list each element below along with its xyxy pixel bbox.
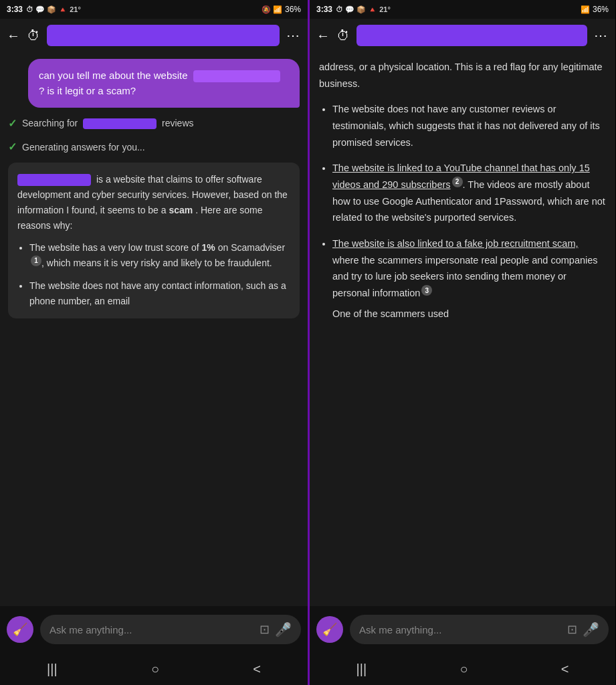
user-message-bubble: can you tell me about the website ? is i… [28, 59, 300, 108]
right-panel: 3:33 ⏱ 💬 📦 🔺 21° 📶 36% ← ⏱ ⋯ address, or… [308, 0, 615, 685]
check-icon-1: ✓ [8, 117, 17, 130]
status-right-left: 🔕 📶 36% [262, 5, 301, 14]
status-icons-right: ⏱ 💬 📦 🔺 21° [336, 5, 391, 14]
user-msg-prefix: can you tell me about the website [39, 70, 188, 81]
ai-response-card: is a website that claims to offer softwa… [8, 163, 300, 318]
ai-intro: is a website that claims to offer softwa… [17, 172, 290, 233]
partial-top-text: address, or a physical location. This is… [319, 59, 606, 93]
input-placeholder-left: Ask me anything... [49, 624, 254, 635]
site-name-redacted [17, 174, 91, 186]
back-button-right[interactable]: ← [316, 28, 330, 43]
left-panel: 3:33 ⏱ 💬 📦 🔺 21° 🔕 📶 36% ← ⏱ ⋯ can you t… [0, 0, 308, 685]
bullet-job-scam: The website is also linked to a fake job… [332, 235, 606, 322]
history-icon-left[interactable]: ⏱ [27, 28, 40, 43]
search-status-line: ✓ Searching for reviews [8, 116, 300, 131]
input-area-left[interactable]: Ask me anything... ⊡ 🎤 [40, 615, 301, 644]
footnote-2: 2 [452, 177, 463, 187]
searching-text: Searching for reviews [22, 118, 194, 129]
more-button-right[interactable]: ⋯ [594, 27, 609, 43]
history-icon-right[interactable]: ⏱ [336, 28, 350, 43]
ai-bullets-left: The website has a very low trust score o… [17, 240, 290, 309]
bottom-bar-left: 🧹 Ask me anything... ⊡ 🎤 [0, 606, 308, 653]
time-right: 3:33 [316, 5, 332, 14]
generating-text: Generating answers for you... [22, 142, 145, 153]
input-area-right[interactable]: Ask me anything... ⊡ 🎤 [350, 615, 609, 644]
chat-content-left: can you tell me about the website ? is i… [0, 52, 308, 606]
time-left: 3:33 [7, 5, 23, 14]
status-icons-left: ⏱ 💬 📦 🔺 21° [26, 5, 81, 14]
back-button-left[interactable]: ← [7, 28, 20, 43]
bullet-no-reviews: The website does not have any customer r… [332, 101, 606, 151]
status-bar-left: 3:33 ⏱ 💬 📦 🔺 21° 🔕 📶 36% [0, 0, 308, 19]
user-msg-redacted [193, 70, 280, 82]
top-bar-right: ← ⏱ ⋯ [310, 19, 615, 52]
nav-back-right[interactable]: < [561, 662, 569, 677]
mic-icon-left[interactable]: 🎤 [275, 621, 292, 638]
camera-icon-left[interactable]: ⊡ [260, 622, 270, 637]
nav-menu-right[interactable]: ||| [356, 662, 367, 677]
nav-menu-left[interactable]: ||| [47, 662, 58, 677]
battery-left: 36% [285, 5, 301, 14]
bottom-bar-right: 🧹 Ask me anything... ⊡ 🎤 [310, 606, 615, 653]
bullet-trust-score: The website has a very low trust score o… [29, 240, 290, 272]
nav-home-right[interactable]: ○ [459, 662, 468, 677]
signal-icon-left: 🔕 📶 [262, 5, 282, 14]
input-placeholder-right: Ask me anything... [359, 624, 562, 635]
more-button-left[interactable]: ⋯ [286, 27, 301, 43]
mic-icon-right[interactable]: 🎤 [583, 621, 599, 638]
signal-icon-right: 📶 [581, 5, 590, 14]
status-time-right: 3:33 ⏱ 💬 📦 🔺 21° [316, 5, 391, 14]
scroll-content-right: address, or a physical location. This is… [310, 52, 615, 606]
generating-status-line: ✓ Generating answers for you... [8, 139, 300, 155]
nav-bar-right: ||| ○ < [310, 653, 615, 685]
battery-right: 36% [593, 5, 609, 14]
bullet-youtube: The website is linked to a YouTube chann… [332, 160, 606, 226]
search-redacted [83, 118, 157, 129]
avatar-icon-right: 🧹 [322, 622, 337, 637]
camera-icon-right[interactable]: ⊡ [567, 622, 577, 637]
footnote-3: 3 [421, 285, 432, 296]
nav-back-left[interactable]: < [253, 662, 261, 677]
avatar-icon-left: 🧹 [13, 622, 27, 637]
check-icon-2: ✓ [8, 140, 17, 153]
footnote-1: 1 [31, 256, 41, 266]
ai-bullets-right: The website does not have any customer r… [319, 101, 606, 322]
bullet-no-contact: The website does not have any contact in… [29, 278, 290, 309]
title-redacted-left [47, 25, 280, 46]
avatar-button-left[interactable]: 🧹 [7, 616, 33, 643]
status-time-left: 3:33 ⏱ 💬 📦 🔺 21° [7, 5, 81, 14]
nav-bar-left: ||| ○ < [0, 653, 308, 685]
status-right-right: 📶 36% [581, 5, 609, 14]
status-bar-right: 3:33 ⏱ 💬 📦 🔺 21° 📶 36% [310, 0, 615, 19]
nav-home-left[interactable]: ○ [151, 662, 159, 677]
avatar-button-right[interactable]: 🧹 [316, 616, 343, 643]
user-msg-suffix: ? is it legit or a scam? [39, 85, 136, 96]
top-bar-left: ← ⏱ ⋯ [0, 19, 308, 52]
title-redacted-right [356, 25, 587, 46]
